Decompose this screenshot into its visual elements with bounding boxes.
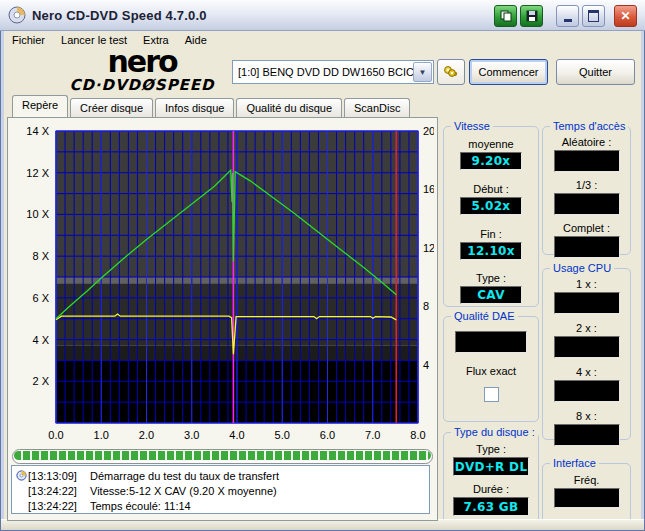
window-title: Nero CD-DVD Speed 4.7.0.0 <box>32 8 207 23</box>
save-chart-button[interactable] <box>520 5 543 27</box>
label-cpu-8x: 8 x : <box>576 410 597 422</box>
close-button[interactable]: ✕ <box>614 5 637 27</box>
menu-fichier[interactable]: Fichier <box>4 33 53 47</box>
group-interface: Interface Fréq. <box>542 463 631 525</box>
transfer-rate-chart: 14 X12 X10 X8 X6 X4 X2 X201612840.01.02.… <box>10 125 434 447</box>
tab-creer-disque[interactable]: Créer disque <box>70 98 153 117</box>
drive-select-value: [1:0] BENQ DVD DD DW1650 BCIC <box>233 66 413 78</box>
group-vitesse: Vitesse moyenne 9.20x Début : 5.02x Fin … <box>443 126 539 307</box>
label-fin: Fin : <box>480 228 501 240</box>
x-axis-label: 0.0 <box>48 429 63 441</box>
group-type-disque-title: Type du disque : <box>451 426 538 438</box>
lcd-full-access <box>554 236 620 258</box>
lcd-average-speed: 9.20x <box>460 152 522 170</box>
log-time: [13:24:22] <box>28 500 90 512</box>
label-one-third: 1/3 : <box>576 179 597 191</box>
log-box[interactable]: [13:13:09] Démarrage du test du taux de … <box>11 465 430 514</box>
app-icon <box>8 6 26 24</box>
cdd-speed-wordmark: CD·DVDØSPEED <box>48 78 236 93</box>
left-axis-label: 4 X <box>32 334 49 346</box>
log-entry: [13:13:09] Démarrage du test du taux de … <box>14 468 429 483</box>
drive-select[interactable]: [1:0] BENQ DVD DD DW1650 BCIC ▼ <box>232 60 434 84</box>
group-usage-cpu-title: Usage CPU <box>550 262 614 274</box>
label-disc-type: Type : <box>476 443 506 455</box>
label-flux-exact: Flux exact <box>466 365 516 377</box>
log-text: Vitesse:5-12 X CAV (9.20 X moyenne) <box>90 485 277 497</box>
minimize-icon <box>564 19 572 22</box>
group-vitesse-title: Vitesse <box>451 120 493 132</box>
benchmark-tab-page: 14 X12 X10 X8 X6 X4 X2 X201612840.01.02.… <box>7 117 438 521</box>
log-text: Démarrage du test du taux de transfert <box>90 470 279 482</box>
titlebar: Nero CD-DVD Speed 4.7.0.0 ✕ <box>0 0 645 31</box>
label-debut: Début : <box>473 183 508 195</box>
flux-exact-checkbox[interactable] <box>484 387 499 402</box>
start-button-label: Commencer <box>479 66 539 78</box>
lcd-speed-type: CAV <box>460 286 522 304</box>
log-entry: [13:24:22] Vitesse:5-12 X CAV (9.20 X mo… <box>14 483 429 498</box>
x-axis-label: 7.0 <box>365 429 380 441</box>
left-axis-label: 2 X <box>32 375 49 387</box>
left-axis-label: 6 X <box>32 292 49 304</box>
test-progress-bar <box>12 449 433 464</box>
group-interface-title: Interface <box>550 457 599 469</box>
lcd-cpu-1x <box>554 292 620 314</box>
x-axis-label: 4.0 <box>229 429 244 441</box>
minimize-button[interactable] <box>556 5 579 27</box>
eject-disc-button[interactable] <box>437 59 465 85</box>
keys-icon <box>443 65 459 79</box>
group-type-disque: Type du disque : Type : DVD+R DL Durée :… <box>443 432 539 525</box>
tab-infos-disque[interactable]: Infos disque <box>155 98 234 117</box>
menu-aide[interactable]: Aide <box>177 33 215 47</box>
group-temps-acces-title: Temps d'accès <box>550 120 628 132</box>
tab-repere[interactable]: Repère <box>12 95 68 117</box>
x-axis-label: 3.0 <box>184 429 199 441</box>
lcd-start-speed: 5.02x <box>460 197 522 215</box>
copy-icon <box>500 10 512 22</box>
x-axis-label: 8.0 <box>410 429 425 441</box>
quit-button[interactable]: Quitter <box>556 59 635 85</box>
lcd-end-speed: 12.10x <box>460 242 522 260</box>
left-axis-label: 10 X <box>26 208 49 220</box>
log-time: [13:13:09] <box>28 470 90 482</box>
x-axis-label: 6.0 <box>320 429 335 441</box>
log-text: Temps écoulé: 11:14 <box>90 500 191 512</box>
label-cpu-2x: 2 x : <box>576 322 597 334</box>
maximize-icon <box>588 10 599 22</box>
label-moyenne: moyenne <box>468 138 513 150</box>
nero-logo: nero CD·DVDØSPEED <box>48 47 236 93</box>
label-cpu-4x: 4 x : <box>576 366 597 378</box>
lcd-one-third-access <box>554 193 620 215</box>
lcd-cpu-8x <box>554 424 620 446</box>
log-entry: [13:24:22] Temps écoulé: 11:14 <box>14 498 429 513</box>
right-axis-label: 16 <box>423 183 434 195</box>
label-type: Type : <box>476 272 506 284</box>
lcd-cpu-2x <box>554 336 620 358</box>
group-qualite-dae-title: Qualité DAE <box>451 310 518 322</box>
lcd-cpu-4x <box>554 380 620 402</box>
lcd-disc-type: DVD+R DL <box>453 457 529 476</box>
quit-button-label: Quitter <box>579 66 612 78</box>
maximize-button[interactable] <box>582 5 605 27</box>
app-window: Nero CD-DVD Speed 4.7.0.0 ✕ Fichier <box>0 0 645 531</box>
right-axis-label: 4 <box>423 359 429 371</box>
group-qualite-dae: Qualité DAE Flux exact <box>443 316 539 422</box>
x-axis-label: 5.0 <box>275 429 290 441</box>
x-axis-label: 1.0 <box>94 429 109 441</box>
nero-logo-wordmark: nero <box>48 47 236 77</box>
group-usage-cpu: Usage CPU 1 x : 2 x : 4 x : 8 x : <box>542 268 631 440</box>
save-icon <box>526 10 538 22</box>
chevron-down-icon[interactable]: ▼ <box>413 62 432 82</box>
left-axis-label: 12 X <box>26 167 49 179</box>
lcd-dae-quality <box>455 331 527 353</box>
tab-scandisc[interactable]: ScanDisc <box>344 98 410 117</box>
label-freq: Fréq. <box>574 474 600 486</box>
start-button[interactable]: Commencer <box>469 59 548 85</box>
label-complet: Complet : <box>563 222 610 234</box>
left-axis-label: 8 X <box>32 250 49 262</box>
disc-icon <box>16 470 27 481</box>
right-axis-label: 8 <box>423 300 429 312</box>
copy-chart-button[interactable] <box>494 5 517 27</box>
x-axis-label: 2.0 <box>139 429 154 441</box>
group-temps-acces: Temps d'accès Aléatoire : 1/3 : Complet … <box>542 126 631 255</box>
tab-qualite-du-disque[interactable]: Qualité du disque <box>236 98 342 117</box>
